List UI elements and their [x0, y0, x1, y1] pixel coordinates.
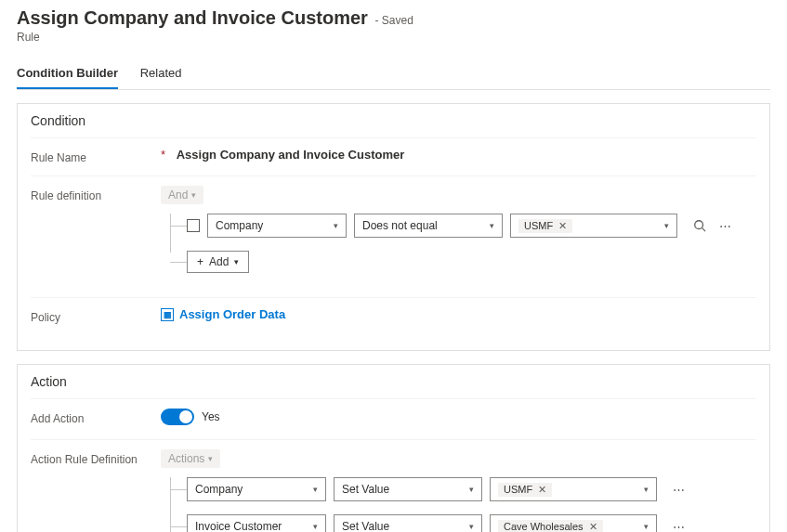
toggle-value: Yes: [202, 410, 220, 423]
field-select-company[interactable]: Company ▾: [207, 214, 347, 238]
chevron-down-icon: ▾: [191, 190, 196, 200]
tree-branch: [170, 489, 187, 490]
field-select-company[interactable]: Company ▾: [187, 477, 326, 501]
action-panel: Action Add Action Yes Action Rule Defini…: [17, 364, 770, 532]
operator-value: Set Value: [342, 520, 389, 532]
chevron-down-icon: ▾: [644, 522, 649, 531]
condition-panel: Condition Rule Name * Assign Company and…: [17, 103, 770, 351]
operator-select-set-value[interactable]: Set Value ▾: [334, 477, 482, 501]
action-rule-definition-label: Action Rule Definition: [31, 449, 161, 466]
save-status: - Saved: [374, 14, 413, 27]
root-operator-actions[interactable]: Actions ▾: [161, 449, 220, 468]
chevron-down-icon: ▾: [313, 522, 318, 531]
value-tag: Cave Wholesales ✕: [498, 520, 603, 533]
chevron-down-icon: ▾: [313, 485, 318, 494]
value-text: Cave Wholesales: [504, 521, 584, 532]
rule-name-value[interactable]: Assign Company and Invoice Customer: [177, 148, 405, 162]
tree-line: [170, 214, 171, 253]
policy-label: Policy: [31, 307, 161, 324]
tab-related[interactable]: Related: [140, 60, 182, 87]
chevron-down-icon: ▾: [644, 485, 649, 494]
value-text: USMF: [504, 484, 532, 495]
toggle-thumb: [179, 410, 192, 423]
search-icon[interactable]: [690, 216, 709, 235]
field-value: Company: [216, 219, 263, 232]
tab-bar: Condition Builder Related: [17, 60, 770, 90]
policy-icon: ▦: [161, 308, 174, 321]
field-select-invoice-customer[interactable]: Invoice Customer ▾: [187, 514, 326, 532]
condition-tree: Company ▾ Does not equal ▾ USMF ✕ ▾: [161, 214, 756, 273]
chevron-down-icon: ▾: [469, 522, 474, 531]
chevron-down-icon: ▾: [469, 485, 474, 494]
page-title: Assign Company and Invoice Customer: [17, 7, 368, 28]
add-action-label: Add Action: [31, 409, 161, 425]
condition-row: Company ▾ Does not equal ▾ USMF ✕ ▾: [187, 214, 756, 238]
chevron-down-icon: ▾: [234, 257, 239, 266]
value-select[interactable]: USMF ✕ ▾: [510, 214, 677, 238]
action-row: Invoice Customer ▾ Set Value ▾ Cave Whol…: [187, 514, 756, 532]
record-type: Rule: [17, 31, 770, 44]
tab-condition-builder[interactable]: Condition Builder: [17, 60, 118, 89]
action-tree: Company ▾ Set Value ▾ USMF ✕ ▾: [161, 477, 756, 532]
value-select[interactable]: USMF ✕ ▾: [490, 477, 657, 501]
operator-value: Does not equal: [362, 219, 438, 232]
chevron-down-icon: ▾: [334, 221, 338, 230]
tree-line: [170, 477, 171, 532]
condition-panel-title: Condition: [31, 113, 756, 128]
tree-branch: [170, 262, 187, 263]
svg-point-0: [695, 221, 703, 229]
value-tag: USMF ✕: [498, 483, 552, 497]
more-actions-icon[interactable]: [716, 216, 735, 235]
value-text: USMF: [524, 220, 553, 231]
add-row: + Add ▾: [187, 251, 756, 273]
action-panel-title: Action: [31, 374, 756, 389]
policy-link-text: Assign Order Data: [179, 307, 285, 321]
chevron-down-icon: ▾: [208, 454, 213, 463]
rule-name-label: Rule Name: [31, 148, 161, 164]
operator-select-does-not-equal[interactable]: Does not equal ▾: [354, 214, 503, 238]
chevron-down-icon: ▾: [490, 221, 494, 230]
operator-value: Set Value: [342, 483, 389, 496]
operator-select-set-value[interactable]: Set Value ▾: [334, 514, 482, 532]
remove-tag-icon[interactable]: ✕: [538, 484, 546, 496]
field-value: Invoice Customer: [195, 520, 282, 532]
value-tag: USMF ✕: [518, 219, 572, 233]
root-operator-label: Actions: [168, 452, 204, 465]
row-checkbox[interactable]: [187, 219, 200, 232]
more-actions-icon[interactable]: [670, 480, 689, 499]
action-row: Company ▾ Set Value ▾ USMF ✕ ▾: [187, 477, 756, 501]
remove-tag-icon[interactable]: ✕: [558, 220, 567, 232]
add-condition-button[interactable]: + Add ▾: [187, 251, 249, 273]
add-label: Add: [209, 255, 229, 268]
value-select[interactable]: Cave Wholesales ✕ ▾: [490, 514, 657, 532]
chevron-down-icon: ▾: [664, 221, 669, 230]
svg-line-1: [702, 228, 706, 232]
required-indicator: *: [161, 148, 165, 162]
tree-branch: [170, 526, 187, 527]
root-operator-label: And: [168, 188, 188, 201]
policy-link[interactable]: ▦ Assign Order Data: [161, 307, 756, 321]
root-operator-and[interactable]: And ▾: [161, 186, 203, 204]
remove-tag-icon[interactable]: ✕: [589, 521, 597, 533]
tree-branch: [170, 226, 187, 227]
add-action-toggle[interactable]: [161, 409, 194, 425]
rule-definition-label: Rule definition: [31, 186, 161, 202]
plus-icon: +: [197, 255, 203, 268]
field-value: Company: [195, 483, 243, 496]
more-actions-icon[interactable]: [670, 517, 689, 532]
